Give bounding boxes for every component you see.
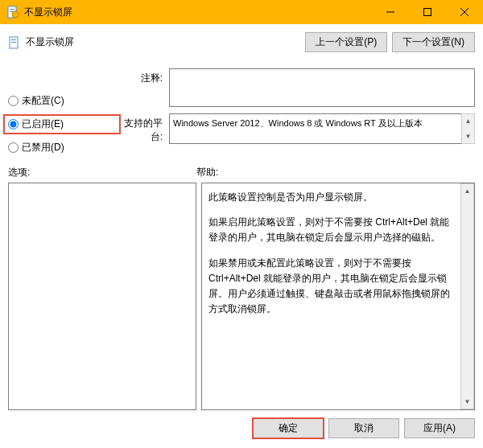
options-content	[9, 183, 196, 409]
svg-rect-5	[424, 9, 431, 16]
radio-not-configured-label: 未配置(C)	[22, 94, 64, 108]
options-panel	[8, 183, 196, 410]
titlebar[interactable]: 不显示锁屏	[0, 0, 483, 24]
radio-disabled-input[interactable]	[8, 142, 19, 153]
next-setting-button[interactable]: 下一个设置(N)	[392, 32, 475, 52]
radio-enabled-label: 已启用(E)	[22, 117, 64, 131]
radio-not-configured-input[interactable]	[8, 96, 19, 106]
svg-rect-10	[11, 42, 16, 43]
scroll-up-icon[interactable]: ▲	[461, 184, 473, 198]
radio-disabled-label: 已禁用(D)	[22, 141, 64, 154]
scroll-down-icon[interactable]: ▼	[462, 129, 474, 143]
window-title: 不显示锁屏	[24, 6, 372, 19]
window-controls	[372, 0, 483, 24]
policy-icon	[8, 36, 21, 49]
scroll-up-icon[interactable]: ▲	[462, 114, 474, 128]
platform-text: Windows Server 2012、Windows 8 或 Windows …	[169, 113, 461, 144]
platform-scrollbar[interactable]: ▲ ▼	[461, 113, 475, 144]
close-button[interactable]	[446, 0, 483, 24]
radio-disabled[interactable]: 已禁用(D)	[8, 139, 121, 156]
cancel-button[interactable]: 取消	[328, 418, 399, 438]
policy-icon	[6, 6, 19, 18]
help-label: 帮助:	[196, 166, 218, 179]
options-label: 选项:	[8, 166, 196, 179]
ok-button[interactable]: 确定	[253, 418, 324, 438]
apply-button[interactable]: 应用(A)	[404, 418, 475, 438]
help-p3: 如果禁用或未配置此策略设置，则对于不需要按 Ctrl+Alt+Del 就能登录的…	[208, 256, 454, 318]
radio-enabled-input[interactable]	[8, 119, 19, 129]
comment-label: 注释:	[121, 68, 169, 85]
dialog-title: 不显示锁屏	[26, 35, 74, 49]
minimize-button[interactable]	[372, 0, 409, 24]
help-p2: 如果启用此策略设置，则对于不需要按 Ctrl+Alt+Del 就能登录的用户，其…	[208, 215, 454, 245]
help-panel: 此策略设置控制是否为用户显示锁屏。 如果启用此策略设置，则对于不需要按 Ctrl…	[201, 183, 475, 410]
maximize-button[interactable]	[409, 0, 446, 24]
radio-not-configured[interactable]: 未配置(C)	[8, 92, 121, 109]
svg-rect-9	[11, 39, 16, 40]
help-scrollbar[interactable]: ▲ ▼	[460, 183, 474, 409]
comment-textarea[interactable]	[169, 68, 475, 107]
radio-enabled[interactable]: 已启用(E)	[3, 114, 121, 134]
scroll-down-icon[interactable]: ▼	[461, 395, 473, 409]
svg-rect-1	[10, 9, 14, 10]
platform-label: 支持的平台:	[121, 113, 169, 144]
prev-setting-button[interactable]: 上一个设置(P)	[305, 32, 387, 52]
svg-point-3	[12, 11, 19, 18]
help-p1: 此策略设置控制是否为用户显示锁屏。	[208, 190, 454, 205]
help-content: 此策略设置控制是否为用户显示锁屏。 如果启用此策略设置，则对于不需要按 Ctrl…	[202, 183, 460, 409]
